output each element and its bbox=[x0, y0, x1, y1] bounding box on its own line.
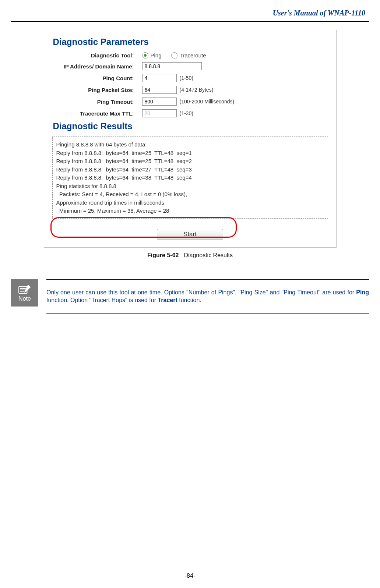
results-box: Pinging 8.8.8.8 with 64 bytes of data: R… bbox=[52, 137, 328, 219]
radio-ping-label: Ping bbox=[151, 52, 162, 59]
radio-icon bbox=[171, 52, 177, 59]
result-line: Reply from 8.8.8.8: bytes=64 time=27 TTL… bbox=[56, 166, 324, 174]
result-line: Approximate round trip times in millisec… bbox=[56, 199, 324, 207]
result-line: Ping statistics for 8.8.8.8 bbox=[56, 182, 324, 191]
ping-count-hint: (1-50) bbox=[180, 75, 193, 81]
ping-count-input[interactable] bbox=[142, 74, 177, 82]
row-ping-size: Ping Packet Size: (4-1472 Bytes) bbox=[51, 86, 330, 94]
result-line: Minimum = 25, Maximum = 38, Average = 28 bbox=[56, 207, 324, 215]
radio-icon bbox=[142, 52, 148, 59]
figure-number: Figure 5-62 bbox=[147, 252, 179, 258]
result-line: Reply from 8.8.8.8: bytes=64 time=25 TTL… bbox=[56, 157, 324, 166]
note-block: Note Only one user can use this tool at … bbox=[11, 279, 369, 314]
ip-label: IP Address/ Domain Name: bbox=[51, 63, 142, 70]
page-number: -84- bbox=[0, 573, 380, 579]
ping-size-label: Ping Packet Size: bbox=[51, 87, 142, 93]
note-text: Only one user can use this tool at one t… bbox=[46, 279, 369, 314]
start-button[interactable]: Start bbox=[157, 229, 223, 240]
row-traceroute-ttl: Traceroute Max TTL: (1-30) bbox=[51, 109, 330, 117]
figure-caption: Figure 5-62Diagnostic Results bbox=[11, 252, 369, 259]
ping-timeout-label: Ping Timeout: bbox=[51, 99, 142, 105]
params-heading: Diagnostic Parameters bbox=[53, 37, 330, 47]
note-label: Note bbox=[18, 295, 31, 302]
radio-traceroute[interactable]: Traceroute bbox=[171, 52, 206, 59]
row-ping-timeout: Ping Timeout: (100-2000 Milliseconds) bbox=[51, 98, 330, 106]
result-line: Packets: Sent = 4, Received = 4, Lost = … bbox=[56, 190, 324, 199]
ttl-input[interactable] bbox=[142, 109, 177, 117]
ping-timeout-input[interactable] bbox=[142, 98, 177, 106]
row-ping-count: Ping Count: (1-50) bbox=[51, 74, 330, 82]
ping-size-input[interactable] bbox=[142, 86, 177, 94]
result-line: Reply from 8.8.8.8: bytes=64 time=38 TTL… bbox=[56, 174, 324, 182]
ping-count-label: Ping Count: bbox=[51, 75, 142, 81]
ttl-label: Traceroute Max TTL: bbox=[51, 110, 142, 117]
figure-caption-text: Diagnostic Results bbox=[184, 252, 233, 258]
diagnostic-tool-label: Diagnostic Tool: bbox=[51, 52, 142, 59]
ping-size-hint: (4-1472 Bytes) bbox=[180, 87, 214, 93]
radio-ping[interactable]: Ping bbox=[142, 52, 162, 59]
result-line: Pinging 8.8.8.8 with 64 bytes of data: bbox=[56, 141, 324, 149]
result-line: Reply from 8.8.8.8: bytes=64 time=25 TTL… bbox=[56, 149, 324, 157]
ttl-hint: (1-30) bbox=[180, 110, 193, 116]
ping-timeout-hint: (100-2000 Milliseconds) bbox=[180, 99, 235, 105]
radio-traceroute-label: Traceroute bbox=[180, 52, 206, 59]
row-ip: IP Address/ Domain Name: bbox=[51, 62, 330, 70]
diagnostic-screenshot: Diagnostic Parameters Diagnostic Tool: P… bbox=[44, 30, 337, 248]
header-rule bbox=[11, 21, 369, 22]
results-heading: Diagnostic Results bbox=[53, 121, 330, 131]
note-icon: Note bbox=[11, 279, 38, 307]
ip-input[interactable] bbox=[142, 62, 202, 70]
doc-header-title: User's Manual of WNAP-1110 bbox=[11, 7, 369, 21]
row-diagnostic-tool: Diagnostic Tool: Ping Traceroute bbox=[51, 52, 330, 59]
